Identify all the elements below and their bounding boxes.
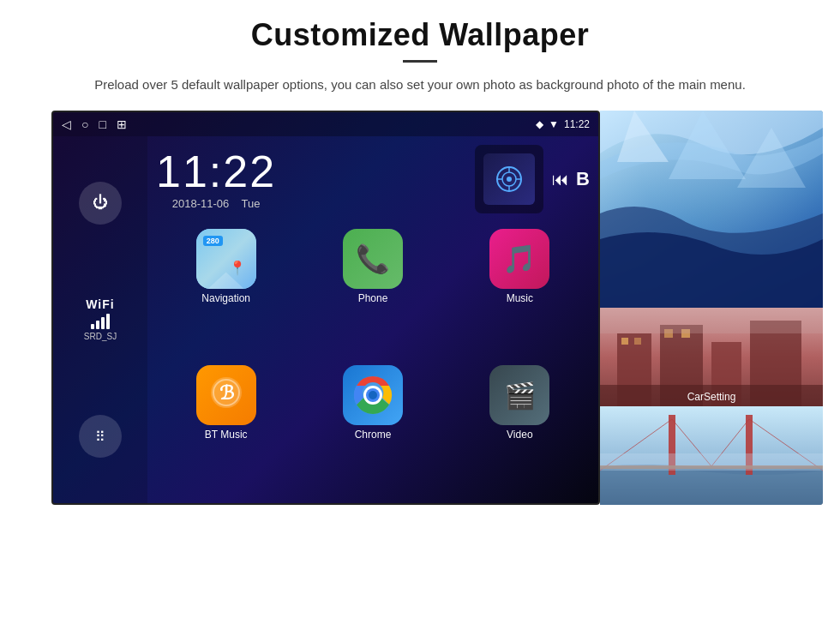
panel-top-wallpaper[interactable] xyxy=(600,111,823,308)
screenshot-icon[interactable]: ⊞ xyxy=(117,117,127,131)
music-glyph: 🎵 xyxy=(502,243,537,275)
clock-widgets: ⏮ B xyxy=(475,145,590,213)
prev-track-button[interactable]: ⏮ xyxy=(552,170,569,189)
music-label: Music xyxy=(507,292,533,304)
page-subtitle: Preload over 5 default wallpaper options… xyxy=(86,75,754,95)
clock-date: 2018-11-06 Tue xyxy=(156,197,276,210)
center-content: 11:22 2018-11-06 Tue xyxy=(147,136,598,503)
music-icon: 🎵 xyxy=(489,229,549,289)
navigation-icon: 280 📍 xyxy=(196,229,256,289)
app-video[interactable]: 🎬 Video xyxy=(450,365,590,495)
title-divider xyxy=(403,60,437,63)
chrome-icon xyxy=(343,365,403,425)
right-panels: CarSetting xyxy=(600,111,823,505)
next-track-label: B xyxy=(576,168,590,190)
panel-bottom-wallpaper[interactable] xyxy=(600,406,823,505)
svg-rect-24 xyxy=(600,308,823,333)
video-icon: 🎬 xyxy=(489,365,549,425)
title-section: Customized Wallpaper Preload over 5 defa… xyxy=(51,17,789,95)
bt-svg: ℬ xyxy=(209,375,243,410)
media-controls: ⏮ B xyxy=(552,168,590,190)
svg-rect-20 xyxy=(621,338,628,345)
nav-badge: 280 xyxy=(203,236,223,246)
btmusic-icon: ℬ xyxy=(196,365,256,425)
video-label: Video xyxy=(507,429,532,441)
btmusic-glyph: ℬ xyxy=(209,375,243,416)
location-icon: ◆ xyxy=(536,118,543,130)
bridge-svg xyxy=(600,406,823,505)
phone-label: Phone xyxy=(358,292,388,304)
chrome-svg xyxy=(351,374,394,417)
android-screen: ◁ ○ □ ⊞ ◆ ▼ 11:22 ⏻ xyxy=(51,111,600,505)
phone-glyph: 📞 xyxy=(356,243,390,275)
wifi-widget: WiFi SRD_SJ xyxy=(84,297,117,341)
page-container: Customized Wallpaper Preload over 5 defa… xyxy=(0,0,840,505)
svg-point-2 xyxy=(507,177,512,182)
wifi-bar-2 xyxy=(96,321,99,329)
panel-middle-wallpaper[interactable]: CarSetting xyxy=(600,308,823,406)
clock-display: 11:22 2018-11-06 Tue xyxy=(156,149,276,210)
screen-wrapper: ◁ ○ □ ⊞ ◆ ▼ 11:22 ⏻ xyxy=(51,111,823,505)
nav-pin: 📍 xyxy=(229,260,246,276)
wifi-bar-1 xyxy=(91,324,94,329)
app-grid: 280 📍 Navigation 📞 Phone xyxy=(156,229,590,495)
ice-svg xyxy=(600,111,823,308)
apps-icon: ⠿ xyxy=(95,429,105,445)
svg-rect-35 xyxy=(600,453,823,471)
recent-icon[interactable]: □ xyxy=(99,117,105,131)
chrome-label: Chrome xyxy=(355,429,392,441)
radio-widget-icon xyxy=(483,153,535,205)
app-phone[interactable]: 📞 Phone xyxy=(303,229,442,358)
status-left-icons: ◁ ○ □ ⊞ xyxy=(62,117,127,131)
carsetting-label-bottom: CarSetting xyxy=(600,391,823,403)
page-title: Customized Wallpaper xyxy=(51,17,789,53)
phone-icon: 📞 xyxy=(343,229,403,289)
app-navigation[interactable]: 280 📍 Navigation xyxy=(156,229,296,358)
power-icon: ⏻ xyxy=(93,194,108,212)
app-music[interactable]: 🎵 Music xyxy=(450,229,590,358)
svg-rect-21 xyxy=(634,338,641,345)
video-glyph: 🎬 xyxy=(504,381,536,411)
apps-button[interactable]: ⠿ xyxy=(79,415,122,458)
radio-widget[interactable] xyxy=(475,145,543,213)
svg-point-13 xyxy=(369,391,377,399)
wifi-bar-4 xyxy=(106,314,110,329)
wifi-bars xyxy=(84,314,117,329)
power-button[interactable]: ⏻ xyxy=(79,182,122,225)
app-btmusic[interactable]: ℬ BT Music xyxy=(156,365,296,495)
status-right-icons: ◆ ▼ 11:22 xyxy=(536,118,590,130)
wifi-bar-3 xyxy=(101,317,105,329)
wifi-label: WiFi xyxy=(84,297,117,311)
status-time: 11:22 xyxy=(564,118,590,130)
clock-area: 11:22 2018-11-06 Tue xyxy=(156,145,590,220)
clock-time: 11:22 xyxy=(156,149,276,194)
app-chrome[interactable]: Chrome xyxy=(303,365,442,495)
back-icon[interactable]: ◁ xyxy=(62,117,71,131)
sidebar: ⏻ WiFi SRD_SJ ⠿ xyxy=(53,136,147,503)
radio-svg xyxy=(494,164,525,195)
btmusic-label: BT Music xyxy=(205,429,248,441)
navigation-label: Navigation xyxy=(201,292,250,304)
signal-icon: ▼ xyxy=(549,118,559,130)
svg-text:ℬ: ℬ xyxy=(219,382,234,404)
wifi-network-name: SRD_SJ xyxy=(84,332,117,341)
ice-shapes xyxy=(600,111,823,308)
home-icon[interactable]: ○ xyxy=(81,117,88,131)
status-bar: ◁ ○ □ ⊞ ◆ ▼ 11:22 xyxy=(53,112,598,136)
screen-content: ⏻ WiFi SRD_SJ ⠿ xyxy=(53,136,598,503)
